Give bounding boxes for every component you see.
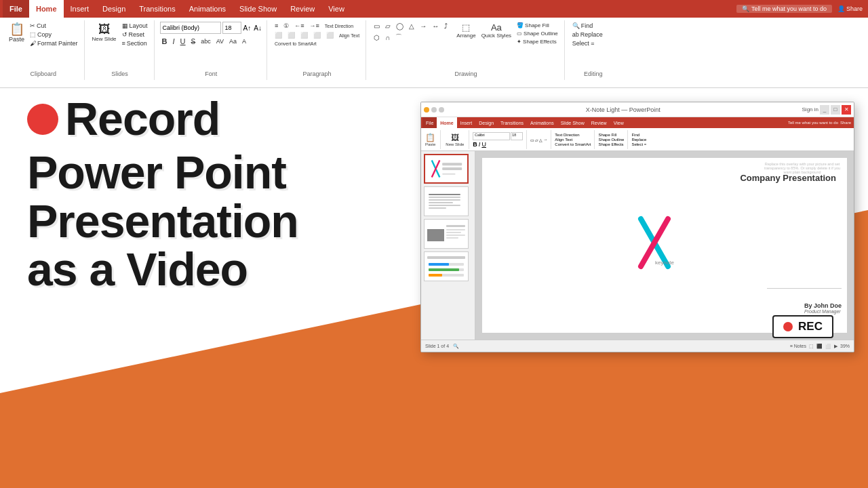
ppt-replace[interactable]: Replace: [631, 138, 646, 142]
window-close-button[interactable]: ✕: [842, 105, 851, 115]
ppt-font-name[interactable]: Calibri: [473, 132, 510, 140]
shape-6[interactable]: ↔: [430, 22, 441, 30]
tab-home[interactable]: Home: [29, 0, 64, 18]
ppt-font-size[interactable]: 18: [511, 132, 523, 140]
copy-button[interactable]: ⬚ Copy: [28, 30, 80, 39]
notes-button[interactable]: ≡ Notes: [790, 344, 806, 348]
view-reading-button[interactable]: ⬜: [825, 344, 831, 349]
shape-10[interactable]: ⌒: [393, 32, 404, 43]
new-slide-button[interactable]: 🖼 New Slide: [90, 22, 119, 43]
ppt-tab-animations[interactable]: Animations: [527, 117, 557, 128]
signin-link[interactable]: Sign in: [802, 106, 818, 113]
ppt-newslide-button[interactable]: 🖼New Slide: [444, 132, 465, 147]
textshadow-button[interactable]: abc: [199, 37, 213, 45]
shape-effects-button[interactable]: ✦ Shape Effects: [515, 38, 560, 45]
tab-insert[interactable]: Insert: [64, 0, 96, 18]
reset-button[interactable]: ↺ Reset: [120, 30, 150, 39]
text-direction-button[interactable]: Text Direction: [323, 22, 355, 30]
arrange-button[interactable]: ⬚ Arrange: [454, 22, 477, 40]
ppt-italic-button[interactable]: I: [479, 141, 481, 148]
ppt-tab-home[interactable]: Home: [437, 117, 456, 128]
ppt-convert-smartart[interactable]: Convert to SmartArt: [555, 142, 591, 146]
tab-view[interactable]: View: [321, 0, 351, 18]
bold-button[interactable]: B: [160, 37, 170, 46]
slide-thumb-2[interactable]: 2: [424, 186, 469, 216]
shape-9[interactable]: ∩: [383, 32, 392, 43]
tab-file[interactable]: File: [3, 0, 29, 18]
tab-design[interactable]: Design: [96, 0, 132, 18]
ppt-find[interactable]: Find: [631, 133, 646, 137]
layout-button[interactable]: ▦ Layout: [120, 22, 150, 30]
slide-thumb-1[interactable]: 1: [424, 154, 469, 184]
ppt-shape-fill[interactable]: Shape Fill: [598, 133, 624, 137]
tab-review[interactable]: Review: [283, 0, 321, 18]
view-presenter-button[interactable]: ▶: [834, 344, 837, 349]
underline-button[interactable]: U: [178, 37, 188, 46]
ppt-shape-4[interactable]: →: [543, 138, 547, 142]
ppt-underline-button[interactable]: U: [481, 141, 486, 148]
strikethrough-button[interactable]: S: [189, 37, 198, 46]
shape-8[interactable]: ⬡: [372, 32, 382, 43]
shape-5[interactable]: →: [418, 22, 429, 30]
ppt-shape-effects[interactable]: Shape Effects: [598, 142, 624, 146]
align-center-button[interactable]: ⬜: [285, 31, 297, 39]
ppt-tab-view[interactable]: View: [610, 117, 627, 128]
ppt-search[interactable]: Tell me what you want to do: [788, 121, 838, 125]
shape-4[interactable]: △: [407, 22, 416, 30]
italic-button[interactable]: I: [171, 37, 177, 46]
shape-outline-button[interactable]: ▭ Shape Outline: [515, 30, 560, 37]
quick-styles-button[interactable]: Aa Quick Styles: [479, 22, 513, 40]
ppt-shape-3[interactable]: △: [539, 138, 542, 142]
align-left-button[interactable]: ⬜: [273, 31, 284, 39]
section-button[interactable]: ≡ Section: [120, 39, 150, 47]
share-button[interactable]: 👤 Share: [837, 5, 863, 12]
ppt-shape-1[interactable]: ▭: [530, 138, 534, 142]
rec-button[interactable]: REC: [772, 315, 833, 338]
ppt-shape-outline[interactable]: Shape Outline: [598, 138, 624, 142]
ppt-share-link[interactable]: Share: [840, 121, 851, 125]
view-normal-button[interactable]: ⬚: [809, 344, 814, 349]
tab-animations[interactable]: Animations: [182, 0, 233, 18]
indent-increase-button[interactable]: →≡: [307, 22, 321, 30]
align-text-button[interactable]: Align Text: [337, 31, 361, 39]
slide-thumb-3[interactable]: 3: [424, 219, 469, 249]
indent-decrease-button[interactable]: ←≡: [292, 22, 306, 30]
justify-button[interactable]: ⬜: [311, 31, 323, 39]
view-sorter-button[interactable]: ⬛: [816, 344, 823, 349]
select-button[interactable]: Select =: [570, 39, 605, 47]
tab-transitions[interactable]: Transitions: [132, 0, 182, 18]
shape-fill-button[interactable]: 🪣 Shape Fill: [515, 22, 560, 29]
shape-3[interactable]: ◯: [394, 22, 406, 30]
window-maximize-button[interactable]: □: [831, 105, 840, 115]
columns-button[interactable]: ⬜: [324, 31, 336, 39]
ppt-text-direction[interactable]: Text Direction: [555, 133, 591, 137]
ppt-tab-insert[interactable]: Insert: [457, 117, 476, 128]
ppt-paste-button[interactable]: 📋Paste: [424, 132, 437, 147]
replace-button[interactable]: ab Replace: [570, 30, 605, 39]
shape-7[interactable]: ⤴: [442, 22, 450, 30]
window-minimize-button[interactable]: _: [820, 105, 829, 115]
ppt-bold-button[interactable]: B: [473, 141, 477, 148]
ppt-shape-2[interactable]: ▱: [535, 138, 538, 142]
bullet-list-button[interactable]: ≡: [273, 22, 280, 30]
ppt-tab-file[interactable]: File: [422, 117, 437, 128]
paste-button[interactable]: 📋 Paste: [7, 22, 26, 44]
ppt-align-text[interactable]: Align Text: [555, 138, 591, 142]
find-button[interactable]: 🔍 Find: [570, 22, 605, 30]
shape-1[interactable]: ▭: [372, 22, 382, 30]
font-increase-button[interactable]: A↑: [243, 24, 252, 32]
ppt-tab-slideshow[interactable]: Slide Show: [557, 117, 588, 128]
font-decrease-button[interactable]: A↓: [253, 24, 262, 32]
ppt-tab-design[interactable]: Design: [475, 117, 497, 128]
ppt-tab-review[interactable]: Review: [588, 117, 610, 128]
align-right-button[interactable]: ⬜: [298, 31, 310, 39]
search-bar[interactable]: 🔍 Tell me what you want to do: [736, 5, 832, 13]
ppt-tab-transitions[interactable]: Transitions: [497, 117, 527, 128]
font-name-input[interactable]: Calibri (Body): [160, 22, 221, 34]
convert-smartart-button[interactable]: Convert to SmartArt: [273, 41, 361, 47]
cut-button[interactable]: ✂ Cut: [28, 22, 80, 30]
numbered-list-button[interactable]: ①: [281, 22, 291, 30]
font-size-input[interactable]: 18: [222, 22, 241, 34]
ppt-select-eq[interactable]: Select =: [631, 142, 646, 146]
fontcolor-button[interactable]: Aa: [227, 37, 239, 45]
